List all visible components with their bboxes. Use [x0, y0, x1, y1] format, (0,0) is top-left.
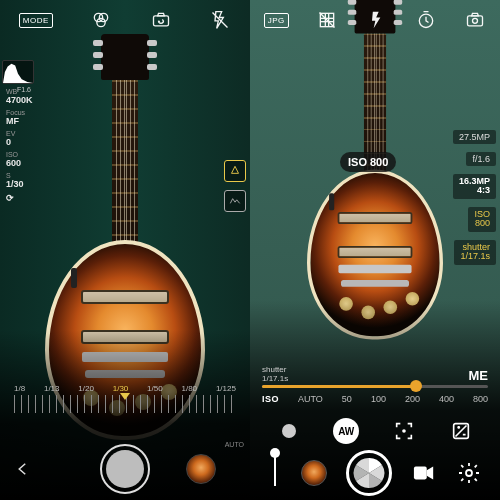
color-swatch-button[interactable] [276, 418, 302, 444]
readout-shutter-right[interactable]: shutter1/17.1s [454, 240, 496, 265]
filters-icon[interactable] [90, 9, 112, 31]
camera-right-pane: JPG 27.5MP f/1.6 16.3MP4:3 ISO800 shutte… [250, 0, 500, 500]
timer-icon[interactable] [415, 9, 437, 31]
camera-left-pane: MODE F1.6 WB4700K FocusMF EV0 ISO600 S1/… [0, 0, 250, 500]
readout-iso-right[interactable]: ISO800 [468, 207, 496, 232]
top-toolbar-left: MODE [0, 6, 250, 34]
ruler-pointer[interactable] [120, 393, 130, 400]
ruler-stop[interactable]: 1/80 [182, 384, 198, 393]
switch-camera-icon[interactable] [150, 9, 172, 31]
bottom-bar-right [250, 450, 500, 496]
exposure-slider[interactable] [262, 385, 488, 388]
focus-mode-button[interactable] [391, 418, 417, 444]
svg-rect-13 [468, 16, 483, 26]
ruler-ticks[interactable] [14, 395, 236, 413]
svg-rect-3 [153, 16, 168, 26]
svg-rect-18 [414, 467, 427, 480]
svg-marker-5 [3, 64, 33, 83]
readout-focus[interactable]: FocusMF [2, 109, 34, 126]
right-side-readouts: 27.5MP f/1.6 16.3MP4:3 ISO800 shutter1/1… [453, 130, 496, 265]
svg-point-19 [466, 470, 472, 476]
side-readout: F1.6 WB4700K FocusMF EV0 ISO600 S1/30 ⟳ [2, 60, 34, 203]
slider-right-label[interactable]: ME [469, 368, 489, 383]
exposure-slider-fill [262, 385, 416, 388]
overlay-toggle[interactable] [224, 190, 246, 212]
exposure-comp-button[interactable] [448, 418, 474, 444]
readout-aperture[interactable]: f/1.6 [466, 152, 496, 166]
ruler-stop[interactable]: 1/20 [78, 384, 94, 393]
iso-tooltip: ISO 800 [340, 152, 396, 172]
mode-indicator[interactable] [268, 450, 282, 496]
svg-point-2 [97, 18, 105, 26]
shutter-ruler[interactable]: 1/81/131/201/301/501/801/125 [0, 384, 250, 422]
exposure-slider-handle[interactable] [410, 380, 422, 392]
ruler-stop[interactable]: 1/50 [147, 384, 163, 393]
iso-stop[interactable]: 100 [371, 394, 386, 404]
shutter-button-left[interactable] [100, 444, 150, 494]
iso-stop[interactable]: 400 [439, 394, 454, 404]
iso-scale[interactable]: ISOAUTO50100200400800 [262, 394, 488, 404]
readout-iso[interactable]: ISO600 [2, 151, 34, 168]
histogram: F1.6 [2, 60, 34, 84]
format-button[interactable]: JPG [264, 13, 289, 28]
readout-reset[interactable]: ⟳ [2, 193, 34, 203]
flash-off-icon[interactable] [209, 9, 231, 31]
ruler-stop[interactable]: 1/13 [44, 384, 60, 393]
ruler-labels: 1/81/131/201/301/501/801/125 [0, 384, 250, 393]
bottom-bar-left: 1/81/131/201/301/501/801/125 AUTO [0, 380, 250, 500]
svg-point-15 [402, 429, 406, 433]
iso-stop[interactable]: 50 [342, 394, 352, 404]
auto-white-balance-button[interactable]: AW [333, 418, 359, 444]
readout-ev[interactable]: EV0 [2, 130, 34, 147]
ruler-stop[interactable]: 1/8 [14, 384, 25, 393]
gallery-thumbnail-left[interactable] [186, 454, 216, 484]
fx-row: AW [250, 418, 500, 444]
slider-area: shutter1/17.1s ME ISOAUTO50100200400800 [250, 366, 500, 404]
iso-stop[interactable]: 200 [405, 394, 420, 404]
gallery-thumbnail-right[interactable] [301, 460, 327, 486]
switch-camera-icon-right[interactable] [464, 9, 486, 31]
svg-point-1 [100, 13, 108, 21]
ruler-stop[interactable]: 1/125 [216, 384, 236, 393]
video-button[interactable] [411, 460, 437, 486]
focus-peaking-toggle[interactable] [224, 160, 246, 182]
shutter-button-right[interactable] [346, 450, 392, 496]
iso-stop[interactable]: 800 [473, 394, 488, 404]
readout-resolution[interactable]: 16.3MP4:3 [453, 174, 496, 199]
slider-left-label: shutter1/17.1s [262, 366, 288, 383]
svg-point-14 [473, 18, 478, 23]
grid-off-icon[interactable] [316, 9, 338, 31]
top-toolbar-right: JPG [250, 6, 500, 34]
iso-row-head: ISO [262, 394, 279, 404]
settings-button[interactable] [456, 460, 482, 486]
right-tool-stack-left [224, 160, 246, 212]
mode-button[interactable]: MODE [19, 13, 53, 28]
histogram-label: F1.6 [17, 86, 31, 93]
back-button[interactable] [14, 460, 32, 478]
ruler-stop[interactable]: 1/30 [113, 384, 129, 393]
flash-icon[interactable] [366, 9, 388, 31]
readout-megapixels[interactable]: 27.5MP [453, 130, 496, 144]
iso-stop[interactable]: AUTO [298, 394, 323, 404]
readout-shutter[interactable]: S1/30 [2, 172, 34, 189]
svg-line-11 [320, 13, 335, 28]
